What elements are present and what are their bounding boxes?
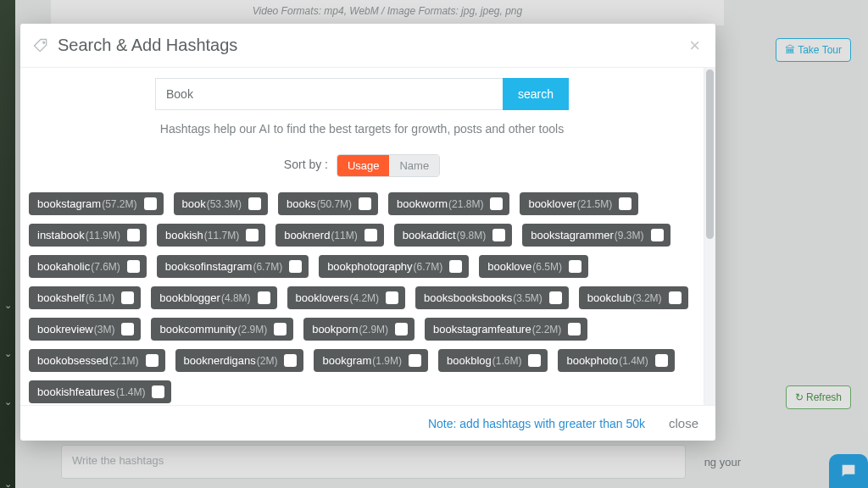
hashtag-chip[interactable]: bookphoto(1.4M) xyxy=(558,349,674,372)
hashtag-chip[interactable]: booksbooksbooks(3.5M) xyxy=(415,286,569,309)
hashtag-checkbox[interactable] xyxy=(490,197,503,210)
hashtag-chip[interactable]: booknerdigans(2M) xyxy=(175,349,304,372)
hashtag-checkbox[interactable] xyxy=(528,354,541,367)
hashtag-checkbox[interactable] xyxy=(569,260,581,273)
hashtag-checkbox[interactable] xyxy=(274,323,287,336)
hashtag-count: (6.7M) xyxy=(414,262,443,272)
hashtag-name: bookworm xyxy=(397,198,448,209)
hashtag-checkbox[interactable] xyxy=(121,291,134,304)
hashtag-checkbox[interactable] xyxy=(127,229,140,241)
hashtag-name: bookporn xyxy=(312,324,358,335)
hashtag-chip[interactable]: bookishfeatures(1.4M) xyxy=(29,380,171,403)
hashtag-checkbox[interactable] xyxy=(146,354,159,367)
hashtag-checkbox[interactable] xyxy=(409,354,421,367)
hashtag-count: (21.8M) xyxy=(448,199,483,209)
search-button[interactable]: search xyxy=(503,78,569,110)
modal-footer: Note: add hashtags with greater than 50k… xyxy=(20,405,715,441)
hashtag-checkbox[interactable] xyxy=(449,260,462,273)
search-input[interactable] xyxy=(155,78,503,110)
hashtag-count: (6.1M) xyxy=(86,293,115,303)
hashtag-chip[interactable]: books(50.7M) xyxy=(278,192,378,215)
hashtag-chip[interactable]: bookblogger(4.8M) xyxy=(151,286,276,309)
hashtag-checkbox[interactable] xyxy=(651,229,664,241)
hashtag-chip[interactable]: bookstagram(57.2M) xyxy=(29,192,164,215)
hashtag-name: bookstagramfeature xyxy=(433,324,531,335)
hashtag-checkbox[interactable] xyxy=(549,291,562,304)
hashtag-chip[interactable]: booklove(6.5M) xyxy=(479,255,588,278)
hashtag-count: (6.5M) xyxy=(532,262,562,272)
hashtag-checkbox[interactable] xyxy=(284,354,297,367)
hashtag-name: bookclub xyxy=(587,292,632,303)
hashtag-chip[interactable]: bookblog(1.6M) xyxy=(438,349,548,372)
hashtag-chip[interactable]: bookstagramfeature(2.2M) xyxy=(425,318,587,341)
hashtag-name: bookblogger xyxy=(159,292,220,303)
hashtag-count: (4.8M) xyxy=(221,293,251,303)
hashtag-checkbox[interactable] xyxy=(359,197,371,210)
hashtag-chip[interactable]: bookstagrammer(9.3M) xyxy=(522,224,670,247)
hashtag-checkbox[interactable] xyxy=(568,323,581,336)
hashtag-checkbox[interactable] xyxy=(127,260,140,273)
hashtag-modal: Search & Add Hashtags × search Hashtags … xyxy=(20,24,715,441)
hashtag-chip[interactable]: book(53.3M) xyxy=(174,192,269,215)
hashtag-checkbox[interactable] xyxy=(492,229,505,241)
hashtag-chip[interactable]: bookphotography(6.7M) xyxy=(319,255,469,278)
scroll-thumb[interactable] xyxy=(706,69,714,239)
hashtag-count: (2M) xyxy=(257,356,278,366)
hashtag-chip[interactable]: bookobsessed(2.1M) xyxy=(29,349,165,372)
hashtag-chip[interactable]: bookaddict(9.8M) xyxy=(394,224,513,247)
hashtag-checkbox[interactable] xyxy=(395,323,408,336)
hashtag-chip[interactable]: booksofinstagram(6.7M) xyxy=(157,255,309,278)
hashtag-checkbox[interactable] xyxy=(669,291,682,304)
hashtag-count: (11.7M) xyxy=(204,230,239,241)
hashtag-count: (1.4M) xyxy=(619,356,648,366)
hashtag-chip[interactable]: bookworm(21.8M) xyxy=(388,192,509,215)
hashtag-name: bookaddict xyxy=(403,230,456,241)
scrollbar[interactable] xyxy=(704,68,715,405)
hashtag-chip[interactable]: bookish(11.7M) xyxy=(157,224,265,247)
hashtag-checkbox[interactable] xyxy=(246,229,259,241)
hashtag-count: (2.9M) xyxy=(237,324,267,335)
hashtag-checkbox[interactable] xyxy=(248,197,261,210)
hashtag-count: (2.9M) xyxy=(359,324,388,335)
hashtag-chip[interactable]: booknerd(11M) xyxy=(275,224,384,247)
hashtag-chip[interactable]: bookshelf(6.1M) xyxy=(29,286,141,309)
hashtag-chip[interactable]: bookreview(3M) xyxy=(29,318,141,341)
hashtag-chip[interactable]: instabook(11.9M) xyxy=(29,224,147,247)
hashtag-chip[interactable]: bookporn(2.9M) xyxy=(303,318,415,341)
hashtag-name: booknerdigans xyxy=(184,355,256,366)
hashtag-chip[interactable]: bookaholic(7.6M) xyxy=(29,255,147,278)
hashtag-chip[interactable]: bookclub(3.2M) xyxy=(579,286,688,309)
hashtag-checkbox[interactable] xyxy=(386,291,398,304)
hashtag-checkbox[interactable] xyxy=(619,197,632,210)
sort-label: Sort by : xyxy=(284,158,328,171)
hashtag-chip[interactable]: booklover(21.5M) xyxy=(520,192,638,215)
hashtag-name: bookishfeatures xyxy=(37,386,115,397)
hashtag-name: bookreview xyxy=(37,324,93,335)
hashtag-checkbox[interactable] xyxy=(364,229,377,241)
hashtag-count: (9.3M) xyxy=(615,230,644,241)
close-icon[interactable]: × xyxy=(689,36,700,55)
hashtag-name: booklover xyxy=(528,198,576,209)
hashtag-checkbox[interactable] xyxy=(258,291,270,304)
hashtag-count: (1.6M) xyxy=(492,356,522,366)
hashtag-name: bookstagrammer xyxy=(531,230,614,241)
hashtag-checkbox[interactable] xyxy=(144,197,157,210)
hashtag-checkbox[interactable] xyxy=(121,323,134,336)
hashtag-name: booksbooksbooks xyxy=(424,292,512,303)
hashtag-count: (4.2M) xyxy=(349,293,379,303)
sort-name-button[interactable]: Name xyxy=(389,155,439,176)
hashtag-name: booklovers xyxy=(296,292,349,303)
modal-body: search Hashtags help our AI to find the … xyxy=(20,68,704,405)
hashtag-checkbox[interactable] xyxy=(655,354,668,367)
hashtag-chip[interactable]: bookcommunity(2.9M) xyxy=(151,318,293,341)
hashtag-list: bookstagram(57.2M)book(53.3M)books(50.7M… xyxy=(27,192,697,403)
hashtag-chip[interactable]: bookgram(1.9M) xyxy=(314,349,427,372)
hashtag-chip[interactable]: booklovers(4.2M) xyxy=(287,286,406,309)
hashtag-name: bookblog xyxy=(447,355,492,366)
hashtag-name: bookobsessed xyxy=(37,355,108,366)
close-button[interactable]: close xyxy=(669,416,698,430)
hashtag-name: books xyxy=(287,198,316,209)
sort-usage-button[interactable]: Usage xyxy=(337,155,390,176)
hashtag-checkbox[interactable] xyxy=(152,385,164,398)
hashtag-checkbox[interactable] xyxy=(289,260,302,273)
